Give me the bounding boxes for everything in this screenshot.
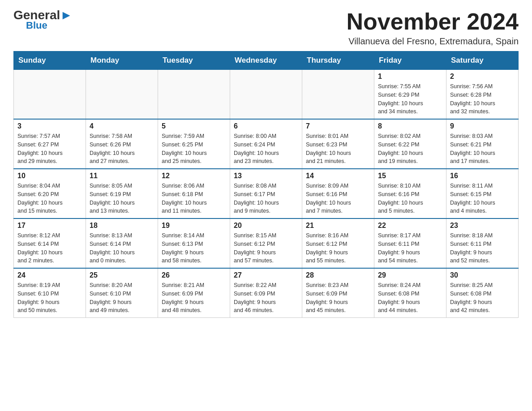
day-info: Sunrise: 8:02 AM Sunset: 6:22 PM Dayligh…	[378, 132, 442, 166]
day-info: Sunrise: 8:22 AM Sunset: 6:09 PM Dayligh…	[234, 281, 298, 315]
location-text: Villanueva del Fresno, Extremadura, Spai…	[347, 36, 519, 47]
day-info: Sunrise: 8:12 AM Sunset: 6:14 PM Dayligh…	[17, 231, 82, 265]
day-number: 7	[306, 122, 370, 130]
day-info: Sunrise: 7:55 AM Sunset: 6:29 PM Dayligh…	[378, 82, 442, 116]
calendar-cell: 9Sunrise: 8:03 AM Sunset: 6:21 PM Daylig…	[446, 119, 519, 169]
calendar-cell: 29Sunrise: 8:24 AM Sunset: 6:08 PM Dayli…	[374, 268, 446, 318]
calendar-cell	[302, 70, 374, 120]
day-number: 12	[162, 172, 226, 180]
header-sunday: Sunday	[14, 51, 86, 70]
calendar-cell: 12Sunrise: 8:06 AM Sunset: 6:18 PM Dayli…	[158, 169, 230, 218]
day-info: Sunrise: 7:58 AM Sunset: 6:26 PM Dayligh…	[90, 132, 154, 166]
calendar-cell: 27Sunrise: 8:22 AM Sunset: 6:09 PM Dayli…	[230, 268, 302, 318]
day-number: 29	[378, 271, 442, 279]
calendar-cell: 28Sunrise: 8:23 AM Sunset: 6:09 PM Dayli…	[302, 268, 374, 318]
day-info: Sunrise: 8:14 AM Sunset: 6:13 PM Dayligh…	[162, 231, 226, 265]
calendar-cell: 13Sunrise: 8:08 AM Sunset: 6:17 PM Dayli…	[230, 169, 302, 218]
day-number: 26	[162, 271, 226, 279]
calendar-week-row: 10Sunrise: 8:04 AM Sunset: 6:20 PM Dayli…	[14, 169, 519, 218]
day-info: Sunrise: 8:00 AM Sunset: 6:24 PM Dayligh…	[234, 132, 298, 166]
calendar-cell	[86, 70, 158, 120]
day-info: Sunrise: 8:01 AM Sunset: 6:23 PM Dayligh…	[306, 132, 370, 166]
day-number: 17	[17, 222, 82, 230]
day-number: 23	[450, 222, 515, 230]
calendar-cell	[14, 70, 86, 120]
calendar-cell: 2Sunrise: 7:56 AM Sunset: 6:28 PM Daylig…	[446, 70, 519, 120]
calendar-cell: 11Sunrise: 8:05 AM Sunset: 6:19 PM Dayli…	[86, 169, 158, 218]
day-info: Sunrise: 8:05 AM Sunset: 6:19 PM Dayligh…	[90, 182, 154, 215]
day-info: Sunrise: 8:09 AM Sunset: 6:16 PM Dayligh…	[306, 182, 370, 215]
day-number: 16	[450, 172, 515, 180]
calendar-cell: 16Sunrise: 8:11 AM Sunset: 6:15 PM Dayli…	[446, 169, 519, 218]
day-number: 13	[234, 172, 298, 180]
day-number: 24	[17, 271, 82, 279]
day-info: Sunrise: 8:10 AM Sunset: 6:16 PM Dayligh…	[378, 182, 442, 215]
day-info: Sunrise: 8:15 AM Sunset: 6:12 PM Dayligh…	[234, 231, 298, 265]
calendar-week-row: 17Sunrise: 8:12 AM Sunset: 6:14 PM Dayli…	[14, 218, 519, 268]
logo-blue-text: Blue	[26, 20, 47, 31]
day-number: 18	[90, 222, 154, 230]
day-info: Sunrise: 7:59 AM Sunset: 6:25 PM Dayligh…	[162, 132, 226, 166]
header-monday: Monday	[86, 51, 158, 70]
calendar-cell: 25Sunrise: 8:20 AM Sunset: 6:10 PM Dayli…	[86, 268, 158, 318]
day-info: Sunrise: 8:16 AM Sunset: 6:12 PM Dayligh…	[306, 231, 370, 265]
calendar-cell: 22Sunrise: 8:17 AM Sunset: 6:11 PM Dayli…	[374, 218, 446, 268]
calendar-cell: 10Sunrise: 8:04 AM Sunset: 6:20 PM Dayli…	[14, 169, 86, 218]
header-thursday: Thursday	[302, 51, 374, 70]
day-info: Sunrise: 8:11 AM Sunset: 6:15 PM Dayligh…	[450, 182, 515, 215]
calendar-cell: 17Sunrise: 8:12 AM Sunset: 6:14 PM Dayli…	[14, 218, 86, 268]
logo: General► Blue	[13, 9, 73, 31]
title-section: November 2024 Villanueva del Fresno, Ext…	[347, 9, 519, 47]
logo-triangle-icon: ►	[60, 8, 73, 22]
day-info: Sunrise: 7:57 AM Sunset: 6:27 PM Dayligh…	[17, 132, 82, 166]
day-number: 25	[90, 271, 154, 279]
calendar-cell: 18Sunrise: 8:13 AM Sunset: 6:14 PM Dayli…	[86, 218, 158, 268]
day-number: 5	[162, 122, 226, 130]
header-tuesday: Tuesday	[158, 51, 230, 70]
header-friday: Friday	[374, 51, 446, 70]
day-number: 2	[450, 73, 515, 81]
day-info: Sunrise: 8:04 AM Sunset: 6:20 PM Dayligh…	[17, 182, 82, 215]
day-info: Sunrise: 8:20 AM Sunset: 6:10 PM Dayligh…	[90, 281, 154, 315]
calendar-cell: 5Sunrise: 7:59 AM Sunset: 6:25 PM Daylig…	[158, 119, 230, 169]
day-number: 6	[234, 122, 298, 130]
calendar-cell: 6Sunrise: 8:00 AM Sunset: 6:24 PM Daylig…	[230, 119, 302, 169]
day-info: Sunrise: 8:23 AM Sunset: 6:09 PM Dayligh…	[306, 281, 370, 315]
calendar-table: SundayMondayTuesdayWednesdayThursdayFrid…	[13, 51, 519, 318]
day-number: 14	[306, 172, 370, 180]
day-info: Sunrise: 7:56 AM Sunset: 6:28 PM Dayligh…	[450, 82, 515, 116]
day-number: 11	[90, 172, 154, 180]
day-number: 19	[162, 222, 226, 230]
calendar-cell: 3Sunrise: 7:57 AM Sunset: 6:27 PM Daylig…	[14, 119, 86, 169]
calendar-cell	[158, 70, 230, 120]
calendar-cell: 14Sunrise: 8:09 AM Sunset: 6:16 PM Dayli…	[302, 169, 374, 218]
day-number: 1	[378, 73, 442, 81]
day-info: Sunrise: 8:21 AM Sunset: 6:09 PM Dayligh…	[162, 281, 226, 315]
day-info: Sunrise: 8:18 AM Sunset: 6:11 PM Dayligh…	[450, 231, 515, 265]
day-number: 15	[378, 172, 442, 180]
calendar-cell: 15Sunrise: 8:10 AM Sunset: 6:16 PM Dayli…	[374, 169, 446, 218]
calendar-cell: 24Sunrise: 8:19 AM Sunset: 6:10 PM Dayli…	[14, 268, 86, 318]
calendar-cell: 7Sunrise: 8:01 AM Sunset: 6:23 PM Daylig…	[302, 119, 374, 169]
day-number: 9	[450, 122, 515, 130]
calendar-week-row: 24Sunrise: 8:19 AM Sunset: 6:10 PM Dayli…	[14, 268, 519, 318]
calendar-cell: 19Sunrise: 8:14 AM Sunset: 6:13 PM Dayli…	[158, 218, 230, 268]
calendar-cell: 26Sunrise: 8:21 AM Sunset: 6:09 PM Dayli…	[158, 268, 230, 318]
day-info: Sunrise: 8:19 AM Sunset: 6:10 PM Dayligh…	[17, 281, 82, 315]
header-wednesday: Wednesday	[230, 51, 302, 70]
calendar-week-row: 1Sunrise: 7:55 AM Sunset: 6:29 PM Daylig…	[14, 70, 519, 120]
calendar-cell: 4Sunrise: 7:58 AM Sunset: 6:26 PM Daylig…	[86, 119, 158, 169]
day-number: 3	[17, 122, 82, 130]
day-info: Sunrise: 8:25 AM Sunset: 6:08 PM Dayligh…	[450, 281, 515, 315]
header-saturday: Saturday	[446, 51, 519, 70]
day-number: 21	[306, 222, 370, 230]
calendar-cell: 23Sunrise: 8:18 AM Sunset: 6:11 PM Dayli…	[446, 218, 519, 268]
calendar-week-row: 3Sunrise: 7:57 AM Sunset: 6:27 PM Daylig…	[14, 119, 519, 169]
day-info: Sunrise: 8:08 AM Sunset: 6:17 PM Dayligh…	[234, 182, 298, 215]
calendar-cell: 20Sunrise: 8:15 AM Sunset: 6:12 PM Dayli…	[230, 218, 302, 268]
day-number: 4	[90, 122, 154, 130]
day-number: 27	[234, 271, 298, 279]
day-info: Sunrise: 8:06 AM Sunset: 6:18 PM Dayligh…	[162, 182, 226, 215]
calendar-cell: 30Sunrise: 8:25 AM Sunset: 6:08 PM Dayli…	[446, 268, 519, 318]
calendar-header-row: SundayMondayTuesdayWednesdayThursdayFrid…	[14, 51, 519, 70]
